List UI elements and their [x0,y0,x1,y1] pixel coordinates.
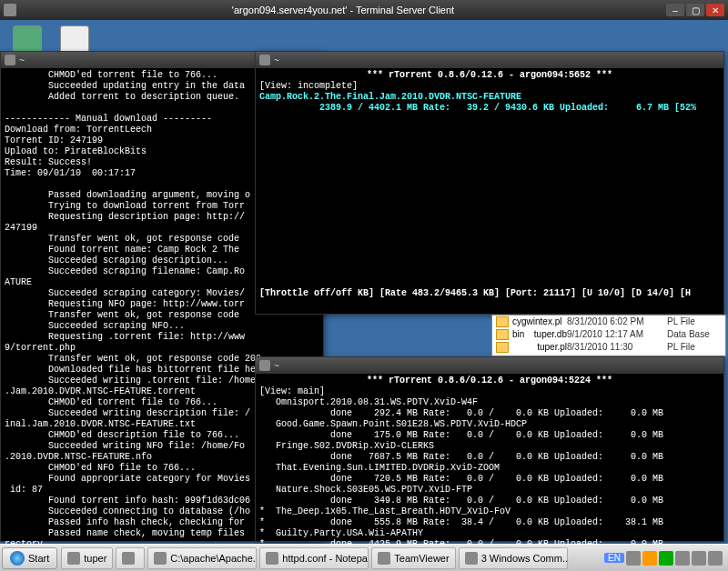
taskbar-app-icon [378,552,390,565]
maximize-button[interactable]: ▢ [686,4,704,16]
start-label: Start [28,553,49,564]
taskbar-app-icon [465,552,478,565]
tray-icon[interactable] [626,551,641,566]
taskbar-button[interactable] [116,547,145,569]
taskbar-button[interactable]: 3 Windows Comm... [459,547,568,569]
terminal-icon [259,360,270,371]
terminal-header[interactable]: ~ [256,52,723,68]
folder-icon [496,329,509,340]
rtorrent-statusbar: [Throttle off/off KB] [Rate 483.2/9465.3… [259,288,691,298]
taskbar-app-icon [154,552,167,565]
close-button[interactable]: ✕ [706,4,724,16]
taskbar-label: TeamViewer [394,553,449,564]
tray-icon[interactable] [692,551,706,566]
terminal-icon [259,55,270,65]
app-icon [4,4,16,16]
taskbar-label: tuper [84,553,106,564]
terminal-window-rtorrent-bottom[interactable]: ~ *** rTorrent 0.8.6/0.12.6 - argon094:5… [255,356,724,542]
terminal-header[interactable]: ~ [256,357,723,374]
terminal-header-text: ~ [274,361,279,371]
terminal-window-rtorrent-top[interactable]: ~ *** rTorrent 0.8.6/0.12.6 - argon094:5… [255,51,724,315]
taskbar-button[interactable]: httpd.conf - Notepad [259,547,369,569]
remote-desktop[interactable]: ~ CHMOD'ed torrent file to 766... Succee… [0,20,728,544]
language-indicator[interactable]: EN [604,553,624,563]
start-button[interactable]: Start [2,547,57,569]
terminal-icon [5,55,15,65]
folder-icon [496,316,509,327]
taskbar-label: httpd.conf - Notepad [282,553,369,564]
rtorrent-view: [View: main] [259,386,325,396]
torrent-item[interactable]: Good.Game.Spawn.Point.S01E28.WS.PDTV.Xvi… [259,419,720,441]
file-row[interactable]: bintuper.db9/1/2010 12:17 AMData Base [492,328,725,341]
folder-icon [496,342,509,353]
file-row[interactable]: tuper.pl8/31/2010 11:30PL File [492,341,725,354]
torrent-item[interactable]: Fringe.S02.DVDRip.XviD-CLERKS done 7687.… [259,441,720,463]
window-title: 'argon094.server4you.net' - Terminal Ser… [22,5,664,15]
torrent-item[interactable]: Omnisport.2010.08.31.WS.PDTV.XviD-W4F do… [259,397,720,419]
torrent-item-stats: 2389.9 / 4402.1 MB Rate: 39.2 / 9430.6 K… [259,103,696,113]
torrent-item[interactable]: * The_Deep.1x05.The_Last_Breath.HDTV_Xvi… [259,506,720,528]
rtorrent-view: [View: incomplete] [259,81,358,91]
taskbar-app-icon [67,552,80,565]
taskbar-button[interactable]: tuper [61,547,113,569]
terminal-header-text: ~ [274,55,279,65]
torrent-item[interactable]: Nature.Shock.S03E05.WS.PDTV.XviD-FTP don… [259,485,720,506]
taskbar-button[interactable]: C:\apache\Apache... [147,547,257,569]
tray-icon[interactable] [675,551,690,566]
tray-icon[interactable] [708,551,723,566]
torrent-item-name[interactable]: Camp.Rock.2.The.Final.Jam.2010.DVDR.NTSC… [259,92,521,102]
tray-icon[interactable] [659,551,673,566]
terminal-output[interactable]: *** rTorrent 0.8.6/0.12.6 - argon094:565… [256,68,723,301]
minimize-button[interactable]: – [666,4,684,16]
taskbar[interactable]: Start tuperC:\apache\Apache...httpd.conf… [0,544,728,571]
taskbar-app-icon [122,552,135,565]
taskbar-app-icon [266,552,278,565]
rtorrent-title: *** rTorrent 0.8.6/0.12.6 - argon094:565… [259,70,720,81]
terminal-output[interactable]: *** rTorrent 0.8.6/0.12.6 - argon094:522… [256,374,723,563]
tray-icon[interactable] [642,551,657,566]
terminal-header-text: ~ [19,55,25,65]
file-row[interactable]: cygwintex.pl8/31/2010 6:02 PMPL File [492,316,725,328]
window-titlebar: 'argon094.server4you.net' - Terminal Ser… [0,0,728,20]
rtorrent-title: *** rTorrent 0.8.6/0.12.6 - argon094:522… [259,376,720,386]
system-tray[interactable]: EN [604,551,726,566]
torrent-item[interactable]: That.Evening.Sun.LIMITED.DVDRip.XviD-ZOO… [259,463,720,485]
taskbar-label: 3 Windows Comm... [481,553,568,564]
windows-orb-icon [10,551,25,566]
file-explorer-window[interactable]: cygwintex.pl8/31/2010 6:02 PMPL File bin… [491,315,726,356]
taskbar-button[interactable]: TeamViewer [371,547,455,569]
taskbar-label: C:\apache\Apache... [170,553,257,564]
